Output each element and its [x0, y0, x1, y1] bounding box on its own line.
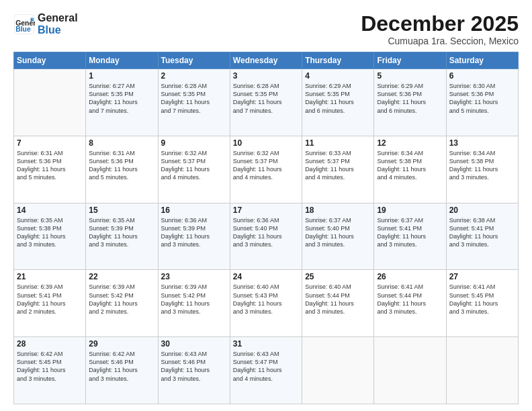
cell-info: Sunrise: 6:29 AM Sunset: 5:35 PM Dayligh…: [305, 82, 371, 115]
calendar-cell: 11Sunrise: 6:33 AM Sunset: 5:37 PM Dayli…: [302, 136, 374, 203]
svg-text:Blue: Blue: [15, 26, 31, 33]
month-title: December 2025: [361, 12, 519, 36]
calendar-cell: 29Sunrise: 6:42 AM Sunset: 5:46 PM Dayli…: [86, 337, 158, 404]
logo: General Blue General Blue: [13, 12, 78, 36]
cell-info: Sunrise: 6:31 AM Sunset: 5:36 PM Dayligh…: [89, 149, 154, 182]
calendar-cell: 24Sunrise: 6:40 AM Sunset: 5:43 PM Dayli…: [230, 270, 302, 337]
calendar-week-1: 1Sunrise: 6:27 AM Sunset: 5:35 PM Daylig…: [14, 69, 519, 136]
day-number: 10: [233, 138, 299, 148]
day-number: 24: [233, 272, 299, 281]
calendar-week-3: 14Sunrise: 6:35 AM Sunset: 5:38 PM Dayli…: [14, 203, 519, 270]
day-number: 2: [161, 71, 227, 81]
calendar-cell: [14, 69, 86, 136]
cell-info: Sunrise: 6:41 AM Sunset: 5:44 PM Dayligh…: [377, 283, 443, 316]
day-number: 18: [305, 205, 371, 215]
calendar-cell: 15Sunrise: 6:35 AM Sunset: 5:39 PM Dayli…: [86, 203, 158, 270]
calendar-cell: 5Sunrise: 6:29 AM Sunset: 5:36 PM Daylig…: [374, 69, 446, 136]
day-number: 29: [89, 339, 154, 349]
calendar-week-4: 21Sunrise: 6:39 AM Sunset: 5:41 PM Dayli…: [14, 270, 519, 337]
location: Cumuapa 1ra. Seccion, Mexico: [361, 36, 519, 46]
calendar-week-5: 28Sunrise: 6:42 AM Sunset: 5:45 PM Dayli…: [14, 337, 519, 404]
cell-info: Sunrise: 6:43 AM Sunset: 5:47 PM Dayligh…: [233, 350, 299, 383]
day-number: 7: [17, 138, 83, 148]
cell-info: Sunrise: 6:27 AM Sunset: 5:35 PM Dayligh…: [89, 82, 154, 115]
cell-info: Sunrise: 6:37 AM Sunset: 5:41 PM Dayligh…: [377, 216, 443, 249]
cell-info: Sunrise: 6:31 AM Sunset: 5:36 PM Dayligh…: [17, 149, 83, 182]
day-number: 16: [161, 205, 227, 215]
day-number: 21: [17, 272, 83, 281]
day-number: 5: [377, 71, 443, 81]
weekday-header-friday: Friday: [374, 52, 446, 69]
day-number: 1: [89, 71, 154, 81]
cell-info: Sunrise: 6:36 AM Sunset: 5:40 PM Dayligh…: [233, 216, 299, 249]
calendar-cell: 10Sunrise: 6:32 AM Sunset: 5:37 PM Dayli…: [230, 136, 302, 203]
calendar-cell: 23Sunrise: 6:39 AM Sunset: 5:42 PM Dayli…: [158, 270, 230, 337]
weekday-header-wednesday: Wednesday: [230, 52, 302, 69]
calendar-cell: 31Sunrise: 6:43 AM Sunset: 5:47 PM Dayli…: [230, 337, 302, 404]
calendar-cell: 9Sunrise: 6:32 AM Sunset: 5:37 PM Daylig…: [158, 136, 230, 203]
day-number: 30: [161, 339, 227, 349]
weekday-header-tuesday: Tuesday: [158, 52, 230, 69]
calendar-cell: 7Sunrise: 6:31 AM Sunset: 5:36 PM Daylig…: [14, 136, 86, 203]
calendar-week-2: 7Sunrise: 6:31 AM Sunset: 5:36 PM Daylig…: [14, 136, 519, 203]
calendar-cell: 27Sunrise: 6:41 AM Sunset: 5:45 PM Dayli…: [446, 270, 518, 337]
cell-info: Sunrise: 6:35 AM Sunset: 5:38 PM Dayligh…: [17, 216, 83, 249]
calendar-cell: 16Sunrise: 6:36 AM Sunset: 5:39 PM Dayli…: [158, 203, 230, 270]
calendar-cell: 30Sunrise: 6:43 AM Sunset: 5:46 PM Dayli…: [158, 337, 230, 404]
day-number: 14: [17, 205, 83, 215]
calendar-cell: 1Sunrise: 6:27 AM Sunset: 5:35 PM Daylig…: [86, 69, 158, 136]
day-number: 8: [89, 138, 154, 148]
calendar-cell: 25Sunrise: 6:40 AM Sunset: 5:44 PM Dayli…: [302, 270, 374, 337]
calendar-cell: [446, 337, 518, 404]
weekday-header-sunday: Sunday: [14, 52, 86, 69]
cell-info: Sunrise: 6:39 AM Sunset: 5:42 PM Dayligh…: [89, 283, 154, 316]
day-number: 17: [233, 205, 299, 215]
day-number: 23: [161, 272, 227, 281]
cell-info: Sunrise: 6:33 AM Sunset: 5:37 PM Dayligh…: [305, 149, 371, 182]
page: General Blue General Blue December 2025 …: [0, 0, 532, 411]
cell-info: Sunrise: 6:32 AM Sunset: 5:37 PM Dayligh…: [233, 149, 299, 182]
day-number: 20: [449, 205, 515, 215]
calendar-cell: 8Sunrise: 6:31 AM Sunset: 5:36 PM Daylig…: [86, 136, 158, 203]
cell-info: Sunrise: 6:32 AM Sunset: 5:37 PM Dayligh…: [161, 149, 227, 182]
calendar-cell: 26Sunrise: 6:41 AM Sunset: 5:44 PM Dayli…: [374, 270, 446, 337]
calendar-cell: 20Sunrise: 6:38 AM Sunset: 5:41 PM Dayli…: [446, 203, 518, 270]
day-number: 12: [377, 138, 443, 148]
calendar-cell: 17Sunrise: 6:36 AM Sunset: 5:40 PM Dayli…: [230, 203, 302, 270]
cell-info: Sunrise: 6:37 AM Sunset: 5:40 PM Dayligh…: [305, 216, 371, 249]
day-number: 22: [89, 272, 154, 281]
calendar-cell: 14Sunrise: 6:35 AM Sunset: 5:38 PM Dayli…: [14, 203, 86, 270]
day-number: 6: [449, 71, 515, 81]
day-number: 28: [17, 339, 83, 349]
cell-info: Sunrise: 6:42 AM Sunset: 5:46 PM Dayligh…: [89, 350, 154, 383]
calendar-body: 1Sunrise: 6:27 AM Sunset: 5:35 PM Daylig…: [14, 69, 519, 404]
calendar-cell: 3Sunrise: 6:28 AM Sunset: 5:35 PM Daylig…: [230, 69, 302, 136]
day-number: 9: [161, 138, 227, 148]
cell-info: Sunrise: 6:30 AM Sunset: 5:36 PM Dayligh…: [449, 82, 515, 115]
logo-general: General: [38, 12, 78, 24]
logo-blue: Blue: [38, 24, 78, 36]
weekday-header-thursday: Thursday: [302, 52, 374, 69]
day-number: 13: [449, 138, 515, 148]
cell-info: Sunrise: 6:40 AM Sunset: 5:43 PM Dayligh…: [233, 283, 299, 316]
logo-icon: General Blue: [13, 13, 35, 35]
calendar-cell: 6Sunrise: 6:30 AM Sunset: 5:36 PM Daylig…: [446, 69, 518, 136]
day-number: 15: [89, 205, 154, 215]
calendar-table: SundayMondayTuesdayWednesdayThursdayFrid…: [13, 52, 519, 404]
calendar-cell: 13Sunrise: 6:34 AM Sunset: 5:38 PM Dayli…: [446, 136, 518, 203]
cell-info: Sunrise: 6:28 AM Sunset: 5:35 PM Dayligh…: [233, 82, 299, 115]
calendar-cell: [374, 337, 446, 404]
cell-info: Sunrise: 6:43 AM Sunset: 5:46 PM Dayligh…: [161, 350, 227, 383]
cell-info: Sunrise: 6:41 AM Sunset: 5:45 PM Dayligh…: [449, 283, 515, 316]
cell-info: Sunrise: 6:28 AM Sunset: 5:35 PM Dayligh…: [161, 82, 227, 115]
day-number: 11: [305, 138, 371, 148]
cell-info: Sunrise: 6:34 AM Sunset: 5:38 PM Dayligh…: [377, 149, 443, 182]
cell-info: Sunrise: 6:34 AM Sunset: 5:38 PM Dayligh…: [449, 149, 515, 182]
weekday-header-monday: Monday: [86, 52, 158, 69]
cell-info: Sunrise: 6:38 AM Sunset: 5:41 PM Dayligh…: [449, 216, 515, 249]
calendar-cell: [302, 337, 374, 404]
day-number: 25: [305, 272, 371, 281]
cell-info: Sunrise: 6:39 AM Sunset: 5:41 PM Dayligh…: [17, 283, 83, 316]
day-number: 31: [233, 339, 299, 349]
calendar-cell: 22Sunrise: 6:39 AM Sunset: 5:42 PM Dayli…: [86, 270, 158, 337]
